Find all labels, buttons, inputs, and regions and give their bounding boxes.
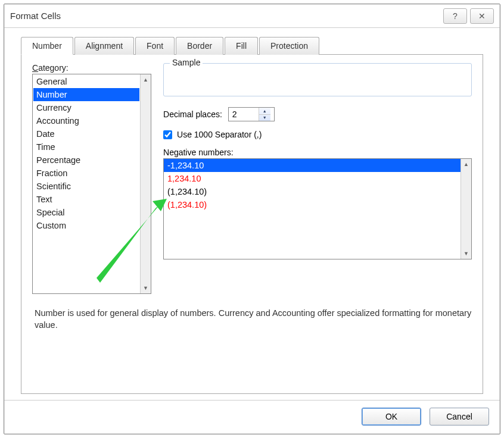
category-item-percentage[interactable]: Percentage [33, 154, 139, 167]
negative-item-0[interactable]: -1,234.10 [164, 159, 461, 172]
tab-strip: Number Alignment Font Border Fill Protec… [21, 36, 483, 55]
tab-number[interactable]: Number [21, 37, 73, 55]
negative-item-2[interactable]: (1,234.10) [164, 185, 461, 198]
separator-label: Use 1000 Separator (,) [177, 130, 262, 139]
decimal-input[interactable] [229, 108, 259, 121]
format-cells-dialog: Format Cells ? ✕ Number Alignment Font B… [4, 4, 500, 434]
tab-label: Font [147, 41, 163, 51]
negative-scrollbar[interactable]: ▲ ▼ [461, 159, 471, 259]
category-items: General Number Currency Accounting Date … [33, 74, 140, 293]
category-item-time[interactable]: Time [33, 140, 139, 154]
ok-button[interactable]: OK [362, 408, 421, 426]
dialog-footer: OK Cancel [4, 400, 500, 434]
category-item-general[interactable]: General [33, 75, 139, 88]
thousands-separator-checkbox[interactable]: Use 1000 Separator (,) [163, 130, 472, 139]
decimal-spinner[interactable]: ▲ ▼ [228, 107, 275, 121]
scroll-up-icon[interactable]: ▲ [141, 74, 151, 85]
category-item-number[interactable]: Number [33, 88, 139, 101]
titlebar: Format Cells ? ✕ [4, 4, 500, 28]
dialog-client: Number Alignment Font Border Fill Protec… [4, 28, 500, 400]
decimal-label: Decimal places: [163, 110, 222, 119]
dialog-title: Format Cells [10, 11, 440, 21]
category-item-custom[interactable]: Custom [33, 219, 139, 232]
category-item-accounting[interactable]: Accounting [33, 114, 139, 127]
tab-label: Border [187, 41, 212, 51]
category-listbox[interactable]: General Number Currency Accounting Date … [32, 74, 151, 294]
scroll-up-icon[interactable]: ▲ [461, 159, 471, 170]
tab-font[interactable]: Font [135, 37, 175, 55]
spinner-down-icon[interactable]: ▼ [259, 115, 270, 121]
close-icon: ✕ [478, 11, 486, 21]
category-label: Category: [32, 63, 151, 73]
spinner-buttons: ▲ ▼ [259, 108, 270, 121]
category-item-special[interactable]: Special [33, 206, 139, 219]
category-item-text[interactable]: Text [33, 193, 139, 206]
scroll-down-icon[interactable]: ▼ [141, 283, 151, 293]
sample-label: Sample [170, 58, 203, 67]
close-button[interactable]: ✕ [470, 8, 494, 24]
tab-alignment[interactable]: Alignment [74, 37, 134, 55]
tab-page-number: Category: General Number Currency Accoun… [21, 55, 483, 394]
category-column: Category: General Number Currency Accoun… [32, 63, 151, 294]
help-button[interactable]: ? [443, 8, 467, 24]
tab-border[interactable]: Border [176, 37, 223, 55]
sample-groupbox: Sample [163, 63, 472, 96]
category-scrollbar[interactable]: ▲ ▼ [140, 74, 151, 293]
negative-listbox[interactable]: -1,234.10 1,234.10 (1,234.10) (1,234.10)… [163, 158, 472, 259]
tab-fill[interactable]: Fill [225, 37, 258, 55]
tab-protection[interactable]: Protection [259, 37, 319, 55]
description-text: Number is used for general display of nu… [35, 307, 472, 331]
category-item-date[interactable]: Date [33, 127, 139, 140]
scroll-down-icon[interactable]: ▼ [461, 248, 471, 259]
separator-input[interactable] [163, 130, 172, 139]
negative-item-3[interactable]: (1,234.10) [164, 198, 461, 211]
cancel-label: Cancel [446, 412, 472, 421]
help-icon: ? [453, 11, 458, 21]
category-item-fraction[interactable]: Fraction [33, 167, 139, 180]
negative-item-1[interactable]: 1,234.10 [164, 172, 461, 185]
cancel-button[interactable]: Cancel [430, 408, 489, 426]
options-column: Sample Decimal places: ▲ ▼ Use [163, 63, 472, 294]
decimal-row: Decimal places: ▲ ▼ [163, 107, 472, 121]
negative-label: Negative numbers: [163, 148, 472, 157]
negative-items: -1,234.10 1,234.10 (1,234.10) (1,234.10) [164, 159, 461, 259]
category-item-scientific[interactable]: Scientific [33, 180, 139, 193]
tab-label: Fill [236, 41, 247, 51]
tab-label: Protection [270, 41, 308, 51]
tab-label: Number [32, 41, 62, 51]
ok-label: OK [385, 412, 397, 421]
spinner-up-icon[interactable]: ▲ [259, 108, 270, 115]
tab-label: Alignment [86, 41, 123, 51]
category-item-currency[interactable]: Currency [33, 101, 139, 114]
